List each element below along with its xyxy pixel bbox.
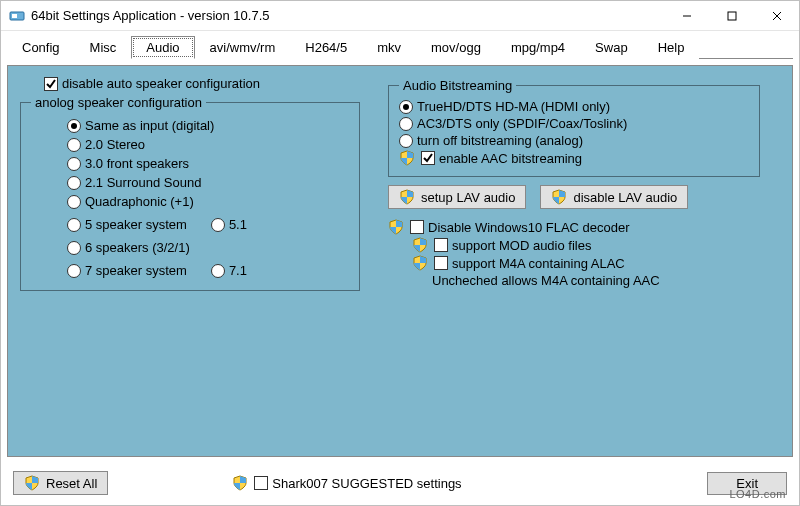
label-2-0-stereo: 2.0 Stereo [85,137,145,152]
setup-lav-audio-button[interactable]: setup LAV audio [388,185,526,209]
window-title: 64bit Settings Application - version 10.… [31,8,269,23]
label-3-0-front: 3.0 front speakers [85,156,189,171]
label-2-1-surround: 2.1 Surround Sound [85,175,201,190]
radio-same-as-input[interactable] [67,119,81,133]
tab-avi-wmv-rm[interactable]: avi/wmv/rm [195,36,291,59]
tab-mkv[interactable]: mkv [362,36,416,59]
close-icon [772,11,782,21]
check-icon [422,152,434,164]
label-same-as-input: Same as input (digital) [85,118,214,133]
left-column: disable auto speaker configuration anolo… [20,74,360,295]
m4a-note: Uncheched allows M4A containing AAC [432,273,760,288]
radio-7-speaker[interactable] [67,264,81,278]
svg-rect-1 [12,14,17,18]
label-5-1: 5.1 [229,217,247,232]
application-window: 64bit Settings Application - version 10.… [0,0,800,506]
title-bar: 64bit Settings Application - version 10.… [1,1,799,31]
support-mod-checkbox[interactable] [434,238,448,252]
enable-aac-label: enable AAC bitstreaming [439,151,582,166]
disable-auto-speaker-label: disable auto speaker configuration [62,76,260,91]
shield-icon [412,237,428,253]
label-7-speaker: 7 speaker system [85,263,187,278]
label-truehd: TrueHD/DTS HD-MA (HDMI only) [417,99,610,114]
shield-icon [399,189,415,205]
support-m4a-checkbox[interactable] [434,256,448,270]
support-mod-label: support MOD audio files [452,238,591,253]
disable-lav-audio-button[interactable]: disable LAV audio [540,185,688,209]
shield-icon [551,189,567,205]
disable-flac-label: Disable Windows10 FLAC decoder [428,220,630,235]
tab-mov-ogg[interactable]: mov/ogg [416,36,496,59]
right-column: Audio Bitstreaming TrueHD/DTS HD-MA (HDM… [388,74,760,288]
radio-5-speaker[interactable] [67,218,81,232]
label-6-speaker: 6 speakers (3/2/1) [85,240,190,255]
tab-mpg-mp4[interactable]: mpg/mp4 [496,36,580,59]
radio-quadraphonic[interactable] [67,195,81,209]
tab-misc[interactable]: Misc [75,36,132,59]
enable-aac-checkbox[interactable] [421,151,435,165]
tab-swap[interactable]: Swap [580,36,643,59]
minimize-button[interactable] [664,1,709,30]
label-quadraphonic: Quadraphonic (+1) [85,194,194,209]
label-7-1: 7.1 [229,263,247,278]
reset-all-label: Reset All [46,476,97,491]
audio-panel: disable auto speaker configuration anolo… [7,65,793,457]
radio-truehd[interactable] [399,100,413,114]
radio-ac3-dts[interactable] [399,117,413,131]
maximize-icon [727,11,737,21]
radio-2-0-stereo[interactable] [67,138,81,152]
close-button[interactable] [754,1,799,30]
tab-h264-5[interactable]: H264/5 [290,36,362,59]
reset-all-button[interactable]: Reset All [13,471,108,495]
tab-bar: Config Misc Audio avi/wmv/rm H264/5 mkv … [1,31,799,58]
disable-auto-speaker-checkbox[interactable] [44,77,58,91]
shield-icon [232,475,248,491]
audio-bitstreaming-group: Audio Bitstreaming TrueHD/DTS HD-MA (HDM… [388,78,760,177]
disable-lav-audio-label: disable LAV audio [573,190,677,205]
label-bitstream-off: turn off bitstreaming (analog) [417,133,583,148]
radio-bitstream-off[interactable] [399,134,413,148]
minimize-icon [682,11,692,21]
watermark: LO4D.com [729,488,786,500]
support-m4a-label: support M4A containing ALAC [452,256,625,271]
svg-rect-3 [728,12,736,20]
label-5-speaker: 5 speaker system [85,217,187,232]
radio-5-1[interactable] [211,218,225,232]
suggested-settings-checkbox[interactable] [254,476,268,490]
shield-icon [399,150,415,166]
radio-6-speaker[interactable] [67,241,81,255]
disable-flac-checkbox[interactable] [410,220,424,234]
maximize-button[interactable] [709,1,754,30]
setup-lav-audio-label: setup LAV audio [421,190,515,205]
analog-speaker-legend: anolog speaker configuration [31,95,206,110]
shield-icon [388,219,404,235]
audio-bitstreaming-legend: Audio Bitstreaming [399,78,516,93]
suggested-settings-label: Shark007 SUGGESTED settings [272,476,461,491]
check-icon [45,78,57,90]
bottom-bar: Reset All Shark007 SUGGESTED settings Ex… [1,463,799,505]
radio-7-1[interactable] [211,264,225,278]
shield-icon [24,475,40,491]
radio-3-0-front[interactable] [67,157,81,171]
shield-icon [412,255,428,271]
analog-speaker-group: anolog speaker configuration Same as inp… [20,95,360,291]
radio-2-1-surround[interactable] [67,176,81,190]
tab-audio[interactable]: Audio [131,36,194,59]
app-icon [9,8,25,24]
tab-help[interactable]: Help [643,36,700,59]
label-ac3-dts: AC3/DTS only (SPDIF/Coax/Toslink) [417,116,627,131]
tab-config[interactable]: Config [7,36,75,59]
